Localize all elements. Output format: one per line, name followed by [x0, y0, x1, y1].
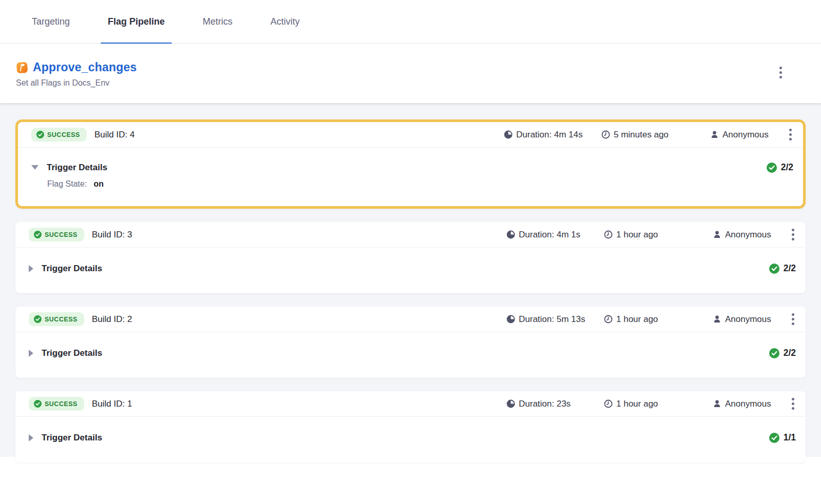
build-kebab-menu-button[interactable]: [789, 310, 797, 328]
duration-label: Duration: 4m 1s: [519, 230, 580, 240]
person-icon: [713, 315, 721, 324]
trigger-details-toggle[interactable]: Trigger Details: [31, 163, 107, 173]
checks-count: 2/2: [769, 348, 796, 358]
build-card: SUCCESS Build ID: 4 Duration: 4m 14s 5 m…: [15, 119, 806, 209]
clock-icon: [604, 230, 613, 239]
build-id-label: Build ID: 2: [92, 314, 132, 325]
tab-metrics[interactable]: Metrics: [196, 0, 240, 44]
status-badge: SUCCESS: [29, 312, 84, 326]
check-circle-icon: [34, 315, 42, 323]
page-title[interactable]: Approve_changes: [33, 61, 136, 74]
flag-icon: [16, 62, 28, 74]
build-card: SUCCESS Build ID: 2 Duration: 5m 13s 1 h…: [15, 307, 806, 378]
caret-right-icon: [29, 265, 33, 272]
checks-count-label: 1/1: [784, 432, 796, 443]
page-subtitle: Set all Flags in Docs_Env: [16, 78, 136, 88]
trigger-details-label: Trigger Details: [42, 433, 102, 443]
checks-count: 2/2: [767, 162, 793, 173]
time-ago-label: 1 hour ago: [616, 230, 658, 240]
clock-icon: [604, 315, 613, 324]
check-circle-icon: [769, 264, 779, 274]
trigger-details-toggle[interactable]: Trigger Details: [29, 264, 102, 274]
duration-label: Duration: 4m 14s: [516, 130, 582, 140]
status-badge-label: SUCCESS: [45, 231, 77, 238]
header-kebab-menu-button[interactable]: [776, 64, 785, 82]
pie-timer-icon: [506, 315, 515, 324]
person-icon: [710, 130, 719, 139]
checks-count-label: 2/2: [784, 263, 796, 274]
build-meta: Duration: 4m 14s 5 minutes ago Anonymous: [504, 126, 795, 144]
time-ago-label: 1 hour ago: [616, 399, 658, 409]
kebab-menu-icon: [779, 67, 782, 69]
tab-targeting[interactable]: Targeting: [25, 0, 77, 44]
build-card-header: SUCCESS Build ID: 2 Duration: 5m 13s 1 h…: [15, 307, 806, 332]
build-kebab-menu-button[interactable]: [789, 226, 797, 244]
user-label: Anonymous: [725, 314, 771, 325]
flag-state-label: Flag State:: [47, 179, 87, 189]
user-label: Anonymous: [722, 130, 769, 140]
check-circle-icon: [769, 348, 779, 358]
flag-header: Approve_changes Set all Flags in Docs_En…: [0, 44, 821, 103]
checks-count-label: 2/2: [781, 162, 793, 173]
build-card-body: Trigger Details 1/1: [15, 417, 806, 462]
build-id-label: Build ID: 3: [92, 230, 132, 240]
flag-state-value: on: [93, 179, 104, 189]
trigger-details-label: Trigger Details: [42, 348, 102, 358]
trigger-details-label: Trigger Details: [47, 163, 107, 173]
status-badge-label: SUCCESS: [47, 131, 80, 138]
person-icon: [713, 399, 721, 408]
clock-icon: [604, 399, 613, 408]
build-meta: Duration: 4m 1s 1 hour ago Anonymous: [506, 226, 797, 244]
status-badge: SUCCESS: [29, 397, 84, 411]
check-circle-icon: [767, 163, 777, 173]
status-badge-label: SUCCESS: [45, 400, 77, 408]
check-circle-icon: [34, 231, 42, 238]
status-badge: SUCCESS: [31, 128, 87, 142]
time-ago-label: 5 minutes ago: [614, 130, 669, 140]
build-kebab-menu-button[interactable]: [786, 126, 795, 144]
build-card-body: Trigger Details 2/2: [15, 248, 806, 293]
kebab-menu-icon: [792, 229, 794, 231]
checks-count-label: 2/2: [784, 348, 796, 358]
trigger-details-toggle[interactable]: Trigger Details: [29, 348, 102, 358]
tab-bar: Targeting Flag Pipeline Metrics Activity: [0, 0, 821, 44]
pie-timer-icon: [504, 130, 513, 139]
checks-count: 1/1: [769, 432, 796, 443]
build-card-body: Trigger Details 2/2: [15, 332, 806, 378]
user-label: Anonymous: [725, 230, 771, 240]
build-kebab-menu-button[interactable]: [789, 395, 797, 413]
build-card-header: SUCCESS Build ID: 1 Duration: 23s 1 hour…: [15, 391, 806, 417]
status-badge: SUCCESS: [29, 228, 84, 241]
build-card-body: Trigger Details 2/2 Flag State: on: [18, 148, 803, 206]
kebab-menu-icon: [789, 129, 792, 131]
kebab-menu-icon: [792, 313, 794, 316]
build-id-label: Build ID: 1: [92, 399, 132, 409]
caret-right-icon: [29, 350, 33, 357]
pipeline-executions-list: SUCCESS Build ID: 4 Duration: 4m 14s 5 m…: [0, 103, 821, 457]
status-badge-label: SUCCESS: [45, 316, 77, 323]
caret-down-icon: [31, 165, 38, 170]
check-circle-icon: [769, 433, 779, 443]
user-label: Anonymous: [725, 399, 771, 409]
time-ago-label: 1 hour ago: [616, 314, 658, 325]
trigger-details-toggle[interactable]: Trigger Details: [29, 433, 102, 443]
clock-icon: [601, 130, 610, 139]
caret-right-icon: [29, 434, 33, 441]
duration-label: Duration: 23s: [519, 399, 571, 409]
build-card: SUCCESS Build ID: 1 Duration: 23s 1 hour…: [15, 391, 806, 462]
trigger-details-label: Trigger Details: [42, 264, 102, 274]
tab-flag-pipeline[interactable]: Flag Pipeline: [101, 0, 172, 44]
kebab-menu-icon: [792, 398, 794, 400]
build-id-label: Build ID: 4: [94, 130, 134, 140]
pie-timer-icon: [506, 230, 515, 239]
flag-state-row: Flag State: on: [31, 179, 793, 189]
pie-timer-icon: [506, 399, 515, 408]
build-meta: Duration: 5m 13s 1 hour ago Anonymous: [506, 310, 797, 328]
person-icon: [713, 230, 721, 239]
build-meta: Duration: 23s 1 hour ago Anonymous: [506, 395, 797, 413]
build-card: SUCCESS Build ID: 3 Duration: 4m 1s 1 ho…: [15, 222, 806, 293]
build-card-header: SUCCESS Build ID: 3 Duration: 4m 1s 1 ho…: [15, 222, 806, 248]
build-card-header: SUCCESS Build ID: 4 Duration: 4m 14s 5 m…: [18, 122, 803, 148]
tab-activity[interactable]: Activity: [263, 0, 307, 44]
check-circle-icon: [36, 131, 44, 138]
